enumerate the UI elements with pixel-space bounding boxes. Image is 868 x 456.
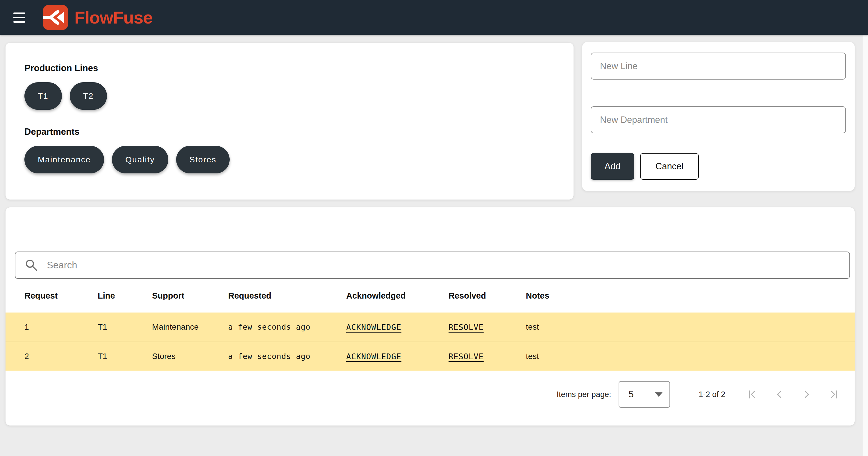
table-header-row: Request Line Support Requested Acknowled… [5, 279, 855, 313]
items-per-page-select[interactable]: 5 [619, 381, 670, 408]
new-line-input[interactable] [591, 53, 846, 79]
new-department-input[interactable] [591, 106, 846, 133]
chevron-down-icon [655, 392, 662, 397]
production-lines-title: Production Lines [24, 63, 574, 73]
last-page-icon[interactable] [829, 389, 839, 400]
department-pill-quality[interactable]: Quality [112, 146, 168, 173]
items-per-page-value: 5 [628, 389, 633, 400]
cell-requested: a few seconds ago [228, 323, 346, 331]
resolve-link[interactable]: RESOLVE [448, 323, 484, 332]
resolve-link[interactable]: RESOLVE [448, 352, 484, 361]
previous-page-icon[interactable] [774, 389, 784, 400]
items-per-page-label: Items per page: [557, 390, 611, 399]
cell-notes: test [526, 352, 855, 361]
cell-requested: a few seconds ago [228, 352, 346, 361]
departments-row: Maintenance Quality Stores [24, 146, 574, 173]
cell-line: T1 [98, 322, 152, 332]
column-header-resolved: Resolved [448, 291, 526, 301]
table-row: 2 T1 Stores a few seconds ago ACKNOWLEDG… [5, 341, 855, 370]
column-header-line: Line [98, 291, 152, 301]
line-pill-t1[interactable]: T1 [24, 82, 62, 110]
search-input[interactable] [15, 252, 850, 279]
pagination-nav [747, 389, 839, 400]
requests-table-card: Request Line Support Requested Acknowled… [5, 207, 855, 425]
brand-title: FlowFuse [74, 7, 153, 28]
cell-line: T1 [98, 352, 152, 361]
column-header-support: Support [152, 291, 228, 301]
cell-support: Maintenance [152, 322, 228, 332]
cell-notes: test [526, 322, 855, 332]
column-header-requested: Requested [228, 291, 346, 301]
cell-request: 1 [24, 322, 98, 332]
form-buttons-row: Add Cancel [591, 153, 846, 180]
page-range-label: 1-2 of 2 [699, 390, 725, 399]
column-header-acknowledged: Acknowledged [346, 291, 448, 301]
add-form-card: Add Cancel [582, 42, 855, 191]
cancel-button[interactable]: Cancel [640, 153, 699, 180]
cell-support: Stores [152, 352, 228, 361]
flowfuse-logo-icon [43, 5, 68, 30]
brand: FlowFuse [43, 5, 153, 30]
app-header: FlowFuse [0, 0, 868, 35]
table-row: 1 T1 Maintenance a few seconds ago ACKNO… [5, 313, 855, 341]
acknowledge-link[interactable]: ACKNOWLEDGE [346, 352, 401, 361]
add-button[interactable]: Add [591, 153, 634, 180]
scrollbar-track[interactable] [863, 35, 868, 456]
next-page-icon[interactable] [801, 389, 812, 400]
pagination-bar: Items per page: 5 1-2 of 2 [557, 381, 839, 408]
cell-request: 2 [24, 352, 98, 361]
column-header-request: Request [24, 291, 98, 301]
department-pill-stores[interactable]: Stores [176, 146, 230, 173]
lines-departments-card: Production Lines T1 T2 Departments Maint… [5, 43, 574, 199]
search-bar [15, 252, 850, 279]
departments-title: Departments [24, 127, 574, 137]
line-pill-t2[interactable]: T2 [70, 82, 107, 110]
menu-icon[interactable] [13, 12, 25, 23]
acknowledge-link[interactable]: ACKNOWLEDGE [346, 323, 401, 332]
production-lines-row: T1 T2 [24, 82, 574, 110]
first-page-icon[interactable] [747, 389, 757, 400]
department-pill-maintenance[interactable]: Maintenance [24, 146, 104, 173]
column-header-notes: Notes [526, 291, 855, 301]
